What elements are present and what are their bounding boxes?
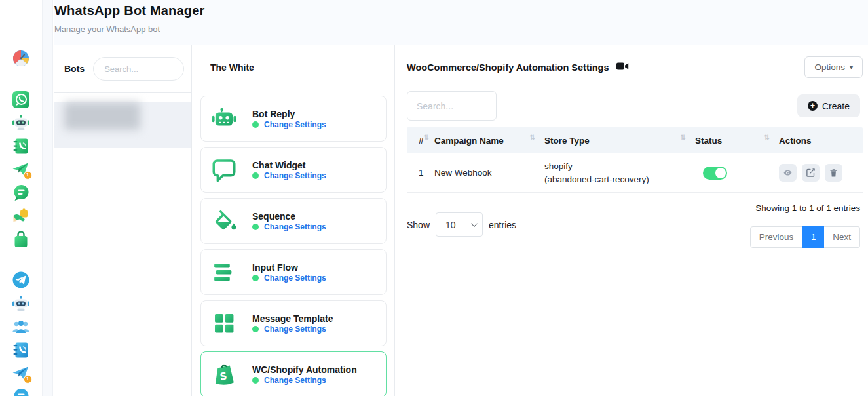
status-dot-icon: [252, 224, 259, 230]
card-bot-reply[interactable]: Bot Reply Change Settings: [200, 96, 387, 142]
whatsapp-campaign-icon[interactable]: 1: [12, 160, 30, 178]
shopify-bag-icon: S: [210, 361, 238, 388]
status-dot-icon: [252, 326, 259, 332]
delete-button[interactable]: [825, 164, 842, 182]
next-page-button[interactable]: Next: [824, 226, 860, 248]
automation-header: WooCommerce/Shopify Automation Settings …: [407, 56, 863, 78]
search-row: + Create: [407, 91, 863, 121]
card-title: Sequence: [252, 211, 295, 222]
grid-icon: [210, 309, 238, 337]
card-sequence[interactable]: Sequence Change Settings: [200, 198, 387, 244]
caret-down-icon: ▾: [850, 64, 853, 71]
card-chat-widget[interactable]: Chat Widget Change Settings: [200, 147, 387, 193]
bot-menu-cards: Bot Reply Change Settings Chat Widget: [192, 96, 394, 396]
create-button[interactable]: + Create: [797, 94, 860, 117]
table-header: # ⇅ Campaign Name ⇅ Store Type ⇅ Status …: [407, 127, 863, 153]
page-size-select[interactable]: 10: [436, 212, 483, 237]
card-title: Chat Widget: [252, 160, 306, 170]
bots-panel-header: Bots: [54, 45, 191, 93]
card-text: Bot Reply Change Settings: [252, 108, 326, 129]
card-text: Message Template Change Settings: [252, 313, 333, 334]
card-text: Sequence Change Settings: [252, 210, 326, 231]
chevron-down-icon: [471, 220, 478, 227]
change-settings-link[interactable]: Change Settings: [252, 171, 326, 180]
sort-icon[interactable]: ⇅: [530, 134, 535, 141]
entries-summary: Showing 1 to 1 of 1 entries: [750, 203, 860, 213]
bot-menu-panel: The White Bot Reply: [192, 45, 395, 396]
sidebar-scrollbar[interactable]: [42, 0, 53, 396]
status-dot-icon: [252, 172, 259, 179]
change-settings-link[interactable]: Change Settings: [252, 273, 326, 283]
telegram-groups-icon[interactable]: [12, 317, 30, 336]
icon-sidebar: 1: [0, 0, 41, 396]
pagination-area: Showing 1 to 1 of 1 entries Previous 1 N…: [750, 201, 863, 248]
sort-icon[interactable]: ⇅: [424, 134, 429, 141]
table-footer: Show 10 entries Showing 1 to 1 of 1 entr…: [407, 201, 863, 248]
robot-icon: [210, 105, 238, 132]
column-header-campaign-name[interactable]: Campaign Name ⇅: [434, 136, 544, 146]
telegram-chat-icon[interactable]: [12, 387, 30, 396]
column-header-status[interactable]: Status ⇅: [695, 136, 779, 146]
card-input-flow[interactable]: Input Flow Change Settings: [200, 249, 387, 295]
bot-menu-title: The White: [192, 45, 394, 73]
whatsapp-contacts-icon[interactable]: [12, 137, 30, 155]
options-button[interactable]: Options ▾: [804, 56, 863, 78]
previous-page-button[interactable]: Previous: [750, 226, 803, 248]
campaigns-table: # ⇅ Campaign Name ⇅ Store Type ⇅ Status …: [407, 127, 863, 193]
row-actions: [779, 164, 863, 182]
dashboard-icon[interactable]: [12, 49, 30, 68]
whatsapp-bot-icon[interactable]: [12, 113, 30, 132]
notification-badge: 1: [24, 375, 32, 384]
card-message-template[interactable]: Message Template Change Settings: [200, 300, 387, 346]
change-settings-link[interactable]: Change Settings: [252, 325, 333, 334]
main-panel: Bots The White: [54, 45, 868, 396]
sort-icon[interactable]: ⇅: [764, 134, 770, 141]
page-1-button[interactable]: 1: [802, 226, 824, 248]
notification-badge: 1: [24, 171, 32, 180]
card-text: Input Flow Change Settings: [252, 262, 326, 283]
chat-bubble-icon: [210, 156, 238, 184]
whatsapp-chat-icon[interactable]: [12, 184, 30, 202]
whatsapp-icon[interactable]: [12, 90, 30, 109]
change-settings-link[interactable]: Change Settings: [252, 376, 357, 385]
page-header: WhatsApp Bot Manager Manage your WhatsAp…: [54, 3, 205, 34]
view-button[interactable]: [779, 164, 797, 182]
bots-panel: Bots: [54, 45, 192, 396]
status-toggle[interactable]: [703, 167, 727, 180]
sort-icon[interactable]: ⇅: [681, 134, 686, 141]
card-text: Chat Widget Change Settings: [252, 159, 326, 180]
column-header-actions: Actions: [779, 136, 863, 146]
row-status: [695, 167, 779, 180]
whatsapp-integration-icon[interactable]: [12, 207, 30, 225]
card-text: WC/Shopify Automation Change Settings: [252, 364, 357, 385]
page-size-group: Show 10 entries: [407, 201, 516, 248]
telegram-contacts-icon[interactable]: [12, 341, 30, 359]
edit-button[interactable]: [802, 164, 820, 182]
card-wc-shopify-automation[interactable]: S WC/Shopify Automation Change Settings: [200, 351, 387, 396]
whatsapp-store-icon[interactable]: [12, 230, 30, 248]
telegram-campaign-icon[interactable]: 1: [12, 364, 30, 382]
bot-list-item-selected[interactable]: [54, 102, 191, 148]
telegram-icon[interactable]: [12, 271, 30, 289]
plus-circle-icon: +: [808, 101, 818, 111]
row-store-type: shopify (abandoned-cart-recovery): [544, 160, 695, 186]
row-campaign-name: New Webhook: [434, 168, 544, 178]
campaign-search-input[interactable]: [407, 91, 497, 121]
change-settings-link[interactable]: Change Settings: [252, 222, 326, 231]
page-title: WhatsApp Bot Manager: [54, 3, 205, 18]
column-header-store-type[interactable]: Store Type ⇅: [544, 136, 695, 146]
telegram-bot-icon[interactable]: [12, 294, 30, 313]
show-label: Show: [407, 220, 430, 230]
paint-bucket-icon: [210, 207, 238, 235]
video-tutorial-icon[interactable]: [616, 62, 629, 73]
change-settings-link[interactable]: Change Settings: [252, 120, 326, 129]
bots-search-input[interactable]: [93, 57, 184, 81]
status-dot-icon: [252, 377, 259, 384]
entries-label: entries: [489, 220, 516, 230]
card-title: Message Template: [252, 313, 333, 324]
column-header-index[interactable]: # ⇅: [407, 136, 434, 146]
bot-name-redacted: [64, 102, 140, 130]
automation-title: WooCommerce/Shopify Automation Settings: [407, 62, 629, 73]
bots-panel-title: Bots: [64, 64, 85, 74]
status-dot-icon: [252, 275, 259, 281]
